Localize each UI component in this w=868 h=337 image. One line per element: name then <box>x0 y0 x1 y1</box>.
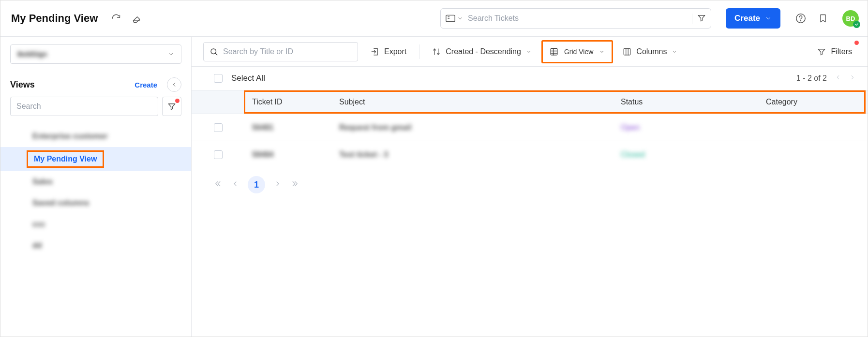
columns-label: Columns <box>636 47 667 56</box>
help-icon[interactable] <box>794 12 808 25</box>
view-item-label: Sales <box>32 177 53 186</box>
range-next-icon[interactable] <box>849 74 856 83</box>
avatar-initials: BD <box>846 15 855 22</box>
row-checkbox[interactable] <box>214 150 223 159</box>
view-item-label: dd <box>32 241 42 250</box>
bookmark-icon[interactable] <box>816 12 830 25</box>
toolbar-separator <box>419 44 419 59</box>
chevron-down-icon <box>672 49 677 55</box>
page-next-icon[interactable] <box>274 180 282 190</box>
search-title-field[interactable] <box>203 42 358 61</box>
filters-button[interactable]: Filters <box>813 42 856 61</box>
range-text: 1 - 2 of 2 <box>796 74 827 83</box>
views-search-input[interactable] <box>10 97 158 116</box>
table-row[interactable]: 56481 Request from gmail Open <box>192 114 868 141</box>
views-create-link[interactable]: Create <box>135 81 157 89</box>
view-item[interactable]: dd <box>0 235 191 256</box>
views-header: Views Create <box>0 72 191 97</box>
select-all-label: Select All <box>231 73 265 83</box>
view-mode-button[interactable]: Grid View <box>541 40 613 63</box>
workspace-dropdown-value: BoldSign <box>17 50 47 58</box>
export-icon <box>371 47 379 56</box>
select-all-checkbox[interactable] <box>214 74 223 83</box>
chevron-down-icon <box>765 15 772 22</box>
pagination: 1 <box>192 168 868 193</box>
create-button[interactable]: Create <box>726 8 780 29</box>
cell-id: 58484 <box>252 150 339 159</box>
view-item[interactable]: Sales <box>0 171 191 192</box>
view-item-label: Enterprise customer <box>32 132 108 141</box>
create-button-label: Create <box>734 14 760 23</box>
chevron-down-icon <box>167 51 174 58</box>
sort-label: Created - Descending <box>446 47 521 56</box>
cell-subject: Test ticket - 3 <box>339 150 621 159</box>
workspace-dropdown[interactable]: BoldSign <box>10 44 181 64</box>
content: Export Created - Descending Grid View Co… <box>192 37 868 337</box>
refresh-icon[interactable] <box>109 12 123 25</box>
page-current[interactable]: 1 <box>248 176 265 193</box>
table-header: Ticket ID Subject Status Category <box>192 90 868 114</box>
cell-subject: Request from gmail <box>339 123 621 132</box>
search-tickets-field[interactable] <box>440 8 711 29</box>
avatar-status-check-icon <box>853 21 860 28</box>
filter-active-indicator <box>175 99 180 103</box>
sort-button[interactable]: Created - Descending <box>428 42 536 61</box>
avatar[interactable]: BD <box>842 10 859 27</box>
top-right-icons: BD <box>794 10 859 27</box>
chevron-down-icon <box>599 49 605 55</box>
body: BoldSign Views Create Enterprise custome… <box>0 37 868 337</box>
row-checkbox[interactable] <box>214 123 223 132</box>
page-prev-icon[interactable] <box>231 180 239 190</box>
table-row[interactable]: 58484 Test ticket - 3 Closed <box>192 141 868 168</box>
col-header-subject[interactable]: Subject <box>339 98 621 106</box>
ticket-type-icon[interactable] <box>446 15 463 22</box>
cell-status: Closed <box>621 150 645 159</box>
view-item-label: My Pending View <box>34 155 97 163</box>
col-header-status[interactable]: Status <box>621 98 766 106</box>
filters-label: Filters <box>831 47 852 56</box>
svg-line-4 <box>215 53 217 55</box>
svg-rect-5 <box>551 48 557 55</box>
svg-rect-9 <box>624 48 631 55</box>
view-item[interactable]: ccc <box>0 214 191 235</box>
clear-icon[interactable] <box>130 12 143 25</box>
cell-status: Open <box>621 123 640 132</box>
view-item[interactable]: Saved columns <box>0 192 191 214</box>
svg-rect-0 <box>446 15 455 21</box>
cell-id: 56481 <box>252 123 339 132</box>
view-item-label: Saved columns <box>32 199 89 207</box>
page-last-icon[interactable] <box>290 179 299 190</box>
range-prev-icon[interactable] <box>835 74 841 83</box>
filter-icon <box>817 47 826 56</box>
export-label: Export <box>384 47 406 56</box>
view-item-active[interactable]: My Pending View <box>0 147 191 171</box>
svg-point-2 <box>801 21 801 21</box>
pagination-range: 1 - 2 of 2 <box>796 74 856 83</box>
search-title-input[interactable] <box>223 47 352 56</box>
filters-active-indicator <box>854 41 859 45</box>
select-all-row: Select All 1 - 2 of 2 <box>192 67 868 90</box>
sidebar: BoldSign Views Create Enterprise custome… <box>0 37 192 337</box>
grid-icon <box>550 47 558 56</box>
views-filter-button[interactable] <box>162 97 181 116</box>
chevron-down-icon <box>457 15 463 21</box>
views-list: Enterprise customer My Pending View Sale… <box>0 122 191 260</box>
toolbar: Export Created - Descending Grid View Co… <box>192 37 868 67</box>
view-item[interactable]: Enterprise customer <box>0 126 191 147</box>
search-filter-icon[interactable] <box>692 14 706 24</box>
sort-icon <box>432 47 441 56</box>
search-tickets-input[interactable] <box>468 14 687 23</box>
search-icon <box>210 47 218 56</box>
export-button[interactable]: Export <box>367 42 410 61</box>
col-header-id[interactable]: Ticket ID <box>252 98 339 106</box>
page-title: My Pending View <box>11 12 98 25</box>
chevron-down-icon <box>526 49 532 55</box>
filter-icon <box>167 102 176 111</box>
columns-icon <box>623 47 631 56</box>
col-header-category[interactable]: Category <box>766 98 868 106</box>
view-mode-label: Grid View <box>564 48 593 56</box>
columns-button[interactable]: Columns <box>619 42 681 61</box>
collapse-sidebar-button[interactable] <box>167 77 181 92</box>
view-item-label: ccc <box>32 220 45 229</box>
page-first-icon[interactable] <box>214 179 223 190</box>
